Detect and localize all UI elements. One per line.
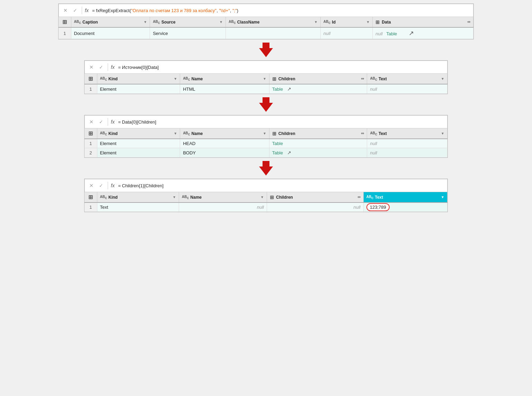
table4-row1-num: 1 xyxy=(85,202,97,212)
table2-row1-kind: Element xyxy=(97,84,180,94)
table4-col-children-expand[interactable]: ⇔ xyxy=(357,195,361,199)
table3-row1-children-link[interactable]: Table xyxy=(272,141,283,146)
table2-col-kind-label: Kind xyxy=(108,76,118,81)
t2-col-type-abc1: ABC xyxy=(100,76,107,81)
table3-close-icon[interactable]: ✕ xyxy=(88,118,95,125)
table2-col-name: ABC Name ▼ xyxy=(180,74,269,84)
table4-col-children: ⊞ Children ⇔ xyxy=(267,192,364,202)
table1-col-caption-label: Caption xyxy=(82,20,98,25)
table2-check-icon[interactable]: ✓ xyxy=(97,64,105,71)
arrow1 xyxy=(259,39,273,60)
table4-col-name-label: Name xyxy=(190,195,202,200)
table4-col-children-label: Children xyxy=(276,195,293,200)
table1-col-caption-filter[interactable]: ▼ xyxy=(144,20,147,24)
table2-fx-label: fx xyxy=(111,64,115,70)
table1-formula-bar: ✕ ✓ fx = fxRegExpExtract("Оплата по счет… xyxy=(59,4,473,17)
table3-row-num-header: ⊞ xyxy=(85,128,97,139)
table3-formula-bar: ✕ ✓ fx = Data{0}[Children] xyxy=(85,115,447,128)
table1-col-data-label: Data xyxy=(382,20,391,25)
table3-check-icon[interactable]: ✓ xyxy=(97,118,105,125)
table3-col-children-label: Children xyxy=(278,131,295,136)
table4-fx-label: fx xyxy=(111,183,115,188)
table1-col-source-label: Source xyxy=(161,20,176,25)
table3-row2-text: null xyxy=(367,148,447,158)
check-icon[interactable]: ✓ xyxy=(71,7,79,14)
table3-row1-num: 1 xyxy=(85,139,97,148)
table3-row2-num: 2 xyxy=(85,148,97,158)
page-wrapper: ✕ ✓ fx = fxRegExpExtract("Оплата по счет… xyxy=(0,0,532,396)
col-type-abc4: ABC xyxy=(323,20,330,25)
table1-col-classname-label: ClassName xyxy=(237,20,260,25)
col-type-table: ⊞ xyxy=(375,19,380,25)
table3-col-kind-filter[interactable]: ▼ xyxy=(174,132,177,135)
table4-row-num-header: ⊞ xyxy=(85,192,97,202)
table1-row1-data: null Table ↗ xyxy=(373,27,473,39)
table2-col-children-expand[interactable]: ⇔ xyxy=(361,76,364,81)
table1-col-data: ⊞ Data ⇔ xyxy=(373,17,473,27)
table4-data-table: ⊞ ABC Kind ▼ ABC Name ▼ xyxy=(85,192,447,212)
table4-check-icon[interactable]: ✓ xyxy=(97,182,105,189)
table4-col-name-filter[interactable]: ▼ xyxy=(260,195,264,199)
table2-col-text: ABC Text ▼ xyxy=(367,74,447,84)
table1-row1-data-link[interactable]: Table xyxy=(386,31,397,36)
col-type-abc2: ABC xyxy=(153,20,160,25)
table4-col-kind-filter[interactable]: ▼ xyxy=(172,195,176,199)
table2-col-name-filter[interactable]: ▼ xyxy=(263,77,266,81)
t4-col-type-abc3: ABC xyxy=(366,195,373,200)
table4-row1-children: null xyxy=(267,202,364,212)
t4-col-type-abc2: ABC xyxy=(182,195,189,200)
table2-row1-name: HTML xyxy=(180,84,269,94)
table3-row1-kind: Element xyxy=(97,139,180,148)
table4-row-1: 1 Text null null 123;789 xyxy=(85,202,447,212)
table1-col-source-filter[interactable]: ▼ xyxy=(219,20,223,24)
table2-close-icon[interactable]: ✕ xyxy=(88,64,95,71)
table4-close-icon[interactable]: ✕ xyxy=(88,182,95,189)
table1-col-source: ABC Source ▼ xyxy=(150,17,226,27)
table2-col-text-label: Text xyxy=(379,76,387,81)
table2-col-children-label: Children xyxy=(278,76,295,81)
table2-col-kind-filter[interactable]: ▼ xyxy=(174,77,177,81)
table2-row1-children-link[interactable]: Table xyxy=(272,87,283,92)
table4-formula-bar: ✕ ✓ fx = Children{1}[Children] xyxy=(85,179,447,192)
table4-col-kind: ABC Kind ▼ xyxy=(97,192,179,202)
table2-formula-bar: ✕ ✓ fx = Источник{0}[Data] xyxy=(85,61,447,74)
table2-data-table: ⊞ ABC Kind ▼ ABC Name ▼ xyxy=(85,74,447,94)
table3-fx-label: fx xyxy=(111,119,115,125)
table3-col-name-label: Name xyxy=(192,131,203,136)
table3-row2-children-link[interactable]: Table xyxy=(272,150,283,155)
col-type-abc: ABC xyxy=(74,20,81,25)
table1-col-id: ABC Id ▼ xyxy=(320,17,372,27)
table1-col-classname-filter[interactable]: ▼ xyxy=(314,20,318,24)
table3-col-text-filter[interactable]: ▼ xyxy=(441,132,444,135)
table1-col-id-filter[interactable]: ▼ xyxy=(366,20,370,24)
table1-row1-caption: Document xyxy=(71,27,150,39)
table4-col-text-label: Text xyxy=(375,195,383,200)
table4-row1-text-value: 123;789 xyxy=(366,203,390,211)
table1-data-table: ⊞ ABC Caption ▼ ABC Source ▼ xyxy=(59,17,473,39)
table1-row-num-header: ⊞ xyxy=(59,17,71,27)
table3-divider xyxy=(108,118,108,126)
close-icon[interactable]: ✕ xyxy=(62,7,69,14)
table3-col-text: ABC Text ▼ xyxy=(367,128,447,139)
table1-row1-source: Service xyxy=(150,27,226,39)
t4-col-type-table: ⊞ xyxy=(270,195,274,200)
col-type-abc3: ABC xyxy=(229,20,236,25)
table3-col-kind-label: Kind xyxy=(108,131,118,136)
table2-col-text-filter[interactable]: ▼ xyxy=(441,77,444,81)
table4-formula-text: = Children{1}[Children] xyxy=(118,183,444,188)
t3-col-type-abc2: ABC xyxy=(183,131,190,136)
divider xyxy=(82,7,82,14)
table3-col-name-filter[interactable]: ▼ xyxy=(263,132,266,135)
table4-col-kind-label: Kind xyxy=(108,195,118,200)
table3-row-2: 2 Element BODY Table ↗ null xyxy=(85,148,447,158)
table2-row1-num: 1 xyxy=(85,84,97,94)
table1-row1-classname xyxy=(226,27,321,39)
table2-row1-text: null xyxy=(367,84,447,94)
table3-col-children: ⊞ Children ⇔ xyxy=(269,128,367,139)
table3-col-children-expand[interactable]: ⇔ xyxy=(361,131,364,136)
t3-col-type-abc3: ABC xyxy=(370,131,377,136)
table1-col-data-expand[interactable]: ⇔ xyxy=(467,20,470,24)
table3-row2-kind: Element xyxy=(97,148,180,158)
table2-row1-children: Table ↗ xyxy=(269,84,367,94)
table4-col-text-filter[interactable]: ▼ xyxy=(441,195,444,199)
